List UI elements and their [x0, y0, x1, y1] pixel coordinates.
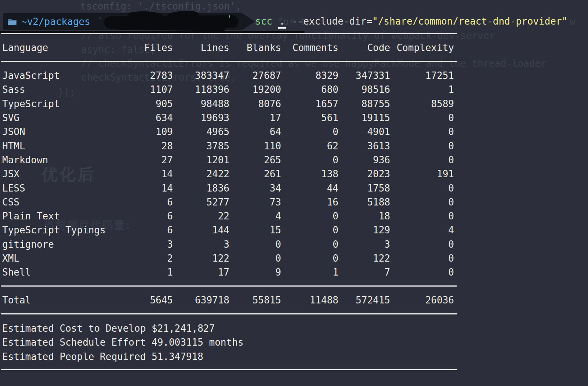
- cell-complexity: 0: [390, 197, 454, 208]
- cell-language: Sass: [0, 84, 106, 95]
- cell-complexity: 0: [390, 112, 454, 123]
- cwd-path: ~v2/packages: [21, 16, 90, 27]
- cell-lines: 98488: [173, 98, 229, 109]
- cell-blanks: 73: [229, 197, 281, 208]
- cell-blanks: 27687: [229, 70, 281, 81]
- cell-files: 6: [106, 225, 173, 236]
- cell-blanks: 64: [229, 126, 281, 137]
- cell-files: 28: [106, 141, 173, 152]
- cell-comments: 0: [281, 126, 338, 137]
- cell-language: JSON: [0, 126, 106, 137]
- cell-complexity: 0: [390, 239, 454, 250]
- cell-code: 122: [338, 253, 390, 264]
- cell-lines: 118396: [173, 84, 229, 95]
- cell-lines: 122: [173, 253, 229, 264]
- total-lines: 639718: [173, 295, 229, 306]
- cell-complexity: 1: [390, 84, 454, 95]
- cell-comments: 0: [281, 239, 338, 250]
- cell-lines: 144: [173, 225, 229, 236]
- command-input[interactable]: scc.--exclude-dir="/share/common/react-d…: [255, 16, 567, 27]
- cell-blanks: 15: [229, 225, 281, 236]
- table-row: TypeScript Typings 6 144 15 0 129 4: [0, 223, 456, 237]
- divider: [1, 61, 457, 62]
- cell-language: Shell: [0, 267, 106, 278]
- cell-complexity: 4: [390, 225, 454, 236]
- cell-lines: 3785: [173, 141, 229, 152]
- scc-output: Language Files Lines Blanks Comments Cod…: [0, 0, 588, 386]
- cell-code: 3: [338, 239, 390, 250]
- cell-code: 936: [338, 154, 390, 165]
- cell-comments: 0: [281, 253, 338, 264]
- cell-language: JSX: [0, 168, 106, 179]
- cell-files: 27: [106, 154, 173, 165]
- header-files: Files: [106, 42, 173, 53]
- cell-lines: 22: [173, 211, 229, 222]
- cell-blanks: 265: [229, 154, 281, 165]
- cell-code: 5188: [338, 197, 390, 208]
- total-files: 5645: [106, 295, 173, 306]
- cell-files: 6: [106, 211, 173, 222]
- command-flag-value: "/share/common/react-dnd-provider": [372, 16, 567, 27]
- cell-language: SVG: [0, 112, 106, 123]
- folder-icon: [7, 18, 17, 26]
- quote-mark: ': [98, 15, 102, 25]
- header-lines: Lines: [173, 42, 229, 53]
- cell-lines: 383347: [173, 70, 229, 81]
- terminal-window: tsconfig: './tsconfig.json', ait for t w…: [0, 0, 588, 386]
- cell-blanks: 19200: [229, 84, 281, 95]
- cell-files: 2783: [106, 70, 173, 81]
- cell-complexity: 0: [390, 267, 454, 278]
- cell-comments: 62: [281, 141, 338, 152]
- cell-code: 4901: [338, 126, 390, 137]
- table-header: Language Files Lines Blanks Comments Cod…: [0, 41, 456, 55]
- cell-comments: 138: [281, 168, 338, 179]
- cell-language: JavaScript: [0, 70, 106, 81]
- cell-files: 14: [106, 183, 173, 194]
- header-complexity: Complexity: [390, 42, 454, 53]
- cell-language: HTML: [0, 141, 106, 152]
- cell-code: 347331: [338, 70, 390, 81]
- cell-comments: 1: [281, 267, 338, 278]
- cell-blanks: 0: [229, 253, 281, 264]
- cell-blanks: 0: [229, 239, 281, 250]
- cell-code: 129: [338, 225, 390, 236]
- table-row: Shell 1 17 9 1 7 0: [0, 265, 456, 279]
- cell-code: 7: [338, 267, 390, 278]
- cell-files: 3: [106, 239, 173, 250]
- divider: [1, 369, 457, 370]
- cell-complexity: 8589: [390, 98, 454, 109]
- cell-lines: 1836: [173, 183, 229, 194]
- cell-code: 18: [338, 211, 390, 222]
- cell-blanks: 34: [229, 183, 281, 194]
- table-row: JSX 14 2422 261 138 2023 191: [0, 167, 456, 181]
- table-row: HTML 28 3785 110 62 3613 0: [0, 139, 456, 153]
- total-complexity: 26036: [390, 295, 454, 306]
- cell-language: TypeScript Typings: [0, 225, 106, 236]
- cell-comments: 1657: [281, 98, 338, 109]
- cell-blanks: 17: [229, 112, 281, 123]
- cell-code: 2023: [338, 168, 390, 179]
- table-row: TypeScript 905 98488 8076 1657 88755 858…: [0, 97, 456, 111]
- table-row: LESS 14 1836 34 44 1758 0: [0, 181, 456, 195]
- cell-comments: 0: [281, 211, 338, 222]
- total-label: Total: [0, 295, 106, 306]
- cell-files: 6: [106, 197, 173, 208]
- cell-comments: 16: [281, 197, 338, 208]
- cell-files: 1107: [106, 84, 173, 95]
- prompt-arrow: [242, 13, 255, 30]
- header-comments: Comments: [281, 42, 338, 53]
- table-row: JavaScript 2783 383347 27687 8329 347331…: [0, 69, 456, 83]
- table-row: JSON 109 4965 64 0 4901 0: [0, 125, 456, 139]
- table-total-row: Total 5645 639718 55815 11488 572415 260…: [0, 293, 456, 307]
- divider: [1, 285, 457, 287]
- cursor[interactable]: .: [278, 16, 286, 29]
- table-row: CSS 6 5277 73 16 5188 0: [0, 195, 456, 209]
- cell-code: 3613: [338, 141, 390, 152]
- cell-lines: 3: [173, 239, 229, 250]
- cell-files: 109: [106, 126, 173, 137]
- estimate-people-line: Estimated People Required 51.347918: [2, 350, 243, 364]
- cell-complexity: 0: [390, 141, 454, 152]
- scc-table-body: JavaScript 2783 383347 27687 8329 347331…: [0, 69, 456, 279]
- estimate-cost-line: Estimated Cost to Develop $21,241,827: [2, 321, 243, 335]
- table-row: Plain Text 6 22 4 0 18 0: [0, 209, 456, 223]
